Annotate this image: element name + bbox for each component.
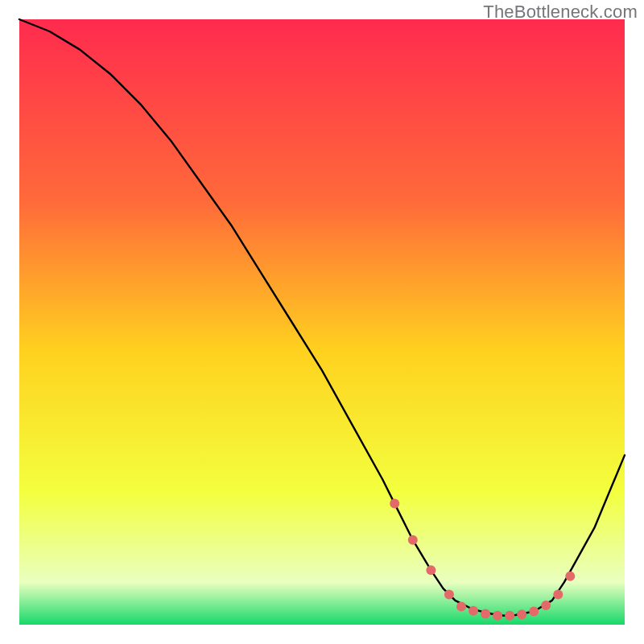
dot [541,601,551,610]
dot [517,609,526,619]
dot [505,611,514,621]
dot [553,589,563,599]
dot [529,607,539,617]
bottleneck-chart [0,0,644,644]
dot [481,609,490,619]
dot [390,499,399,509]
dot [493,611,502,621]
dot [456,601,466,611]
dot [565,572,575,581]
watermark-text: TheBottleneck.com [483,2,638,23]
gradient-background [19,19,625,625]
dot [408,535,418,545]
dot [444,589,454,599]
dot [469,606,478,616]
dot [426,565,436,575]
